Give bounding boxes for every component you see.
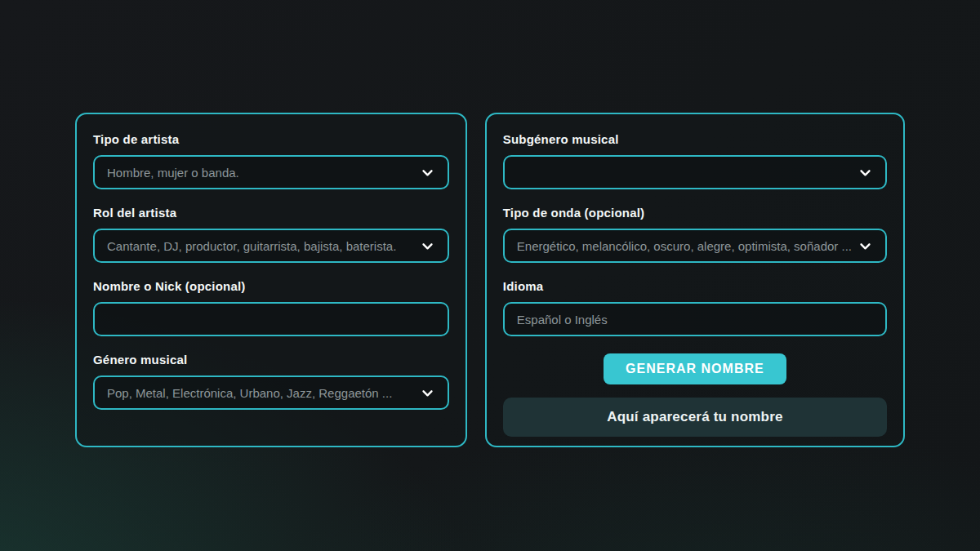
language-label: Idioma — [503, 279, 887, 293]
chevron-down-icon — [421, 386, 434, 400]
artist-type-field: Tipo de artista Hombre, mujer o banda. — [93, 132, 449, 189]
right-panel: Subgénero musical Tipo de onda (opcional… — [485, 113, 905, 447]
vibe-select[interactable]: Energético, melancólico, oscuro, alegre,… — [503, 229, 887, 263]
vibe-label: Tipo de onda (opcional) — [503, 206, 887, 220]
result-display: Aquí aparecerá tu nombre — [503, 398, 887, 437]
artist-role-label: Rol del artista — [93, 206, 449, 220]
left-panel: Tipo de artista Hombre, mujer o banda. R… — [75, 113, 467, 447]
subgenre-label: Subgénero musical — [503, 132, 887, 146]
subgenre-select[interactable] — [503, 155, 887, 189]
artist-role-field: Rol del artista Cantante, DJ, productor,… — [93, 206, 449, 263]
name-nick-field: Nombre o Nick (opcional) — [93, 279, 449, 336]
genre-field: Género musical Pop, Metal, Electrónica, … — [93, 353, 449, 410]
artist-role-placeholder: Cantante, DJ, productor, guitarrista, ba… — [107, 239, 414, 253]
artist-type-select[interactable]: Hombre, mujer o banda. — [93, 155, 449, 189]
name-generator-form: Tipo de artista Hombre, mujer o banda. R… — [75, 113, 905, 447]
name-nick-input[interactable] — [93, 302, 449, 336]
language-input[interactable] — [503, 302, 887, 336]
chevron-down-icon — [858, 239, 872, 253]
name-nick-label: Nombre o Nick (opcional) — [93, 279, 449, 293]
genre-select[interactable]: Pop, Metal, Electrónica, Urbano, Jazz, R… — [93, 375, 449, 410]
generate-name-button[interactable]: GENERAR NOMBRE — [604, 353, 786, 384]
vibe-placeholder: Energético, melancólico, oscuro, alegre,… — [517, 239, 852, 253]
chevron-down-icon — [421, 166, 434, 180]
vibe-field: Tipo de onda (opcional) Energético, mela… — [503, 206, 887, 263]
chevron-down-icon — [421, 239, 434, 253]
artist-type-placeholder: Hombre, mujer o banda. — [107, 166, 414, 180]
genre-label: Género musical — [93, 353, 449, 367]
artist-type-label: Tipo de artista — [93, 132, 449, 146]
genre-placeholder: Pop, Metal, Electrónica, Urbano, Jazz, R… — [107, 386, 414, 400]
language-field: Idioma — [503, 279, 887, 336]
subgenre-field: Subgénero musical — [503, 132, 887, 189]
chevron-down-icon — [858, 166, 872, 180]
artist-role-select[interactable]: Cantante, DJ, productor, guitarrista, ba… — [93, 229, 449, 263]
